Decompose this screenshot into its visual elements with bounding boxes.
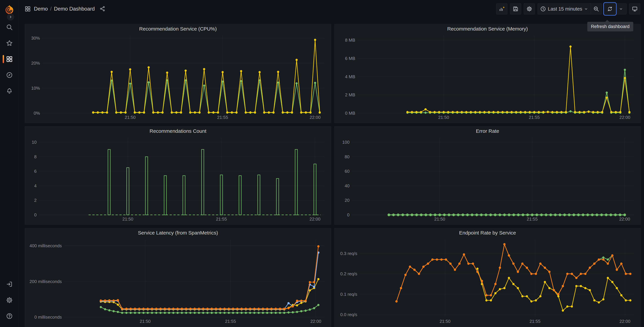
search-icon [6,24,13,31]
main-area: Demo / Demo Dashboard [19,0,644,327]
barchart-recommendations-count[interactable]: 024681021:5021:5522:00 [28,135,328,223]
zoom-out-time-button[interactable] [590,3,602,14]
refresh-icon [607,6,613,12]
svg-text:60: 60 [345,169,350,174]
svg-text:21:55: 21:55 [216,216,227,222]
svg-text:2 MB: 2 MB [345,92,355,97]
topbar-actions: Last 15 minutes [496,3,640,14]
topbar: Demo / Demo Dashboard [19,0,644,18]
time-picker-group: Last 15 minutes [538,3,602,14]
sidebar [0,0,19,327]
svg-text:4: 4 [34,183,36,188]
svg-text:22:00: 22:00 [619,115,630,120]
sidebar-item-dashboards[interactable] [0,51,19,67]
panel-title[interactable]: Recommendations Count [25,126,331,135]
panel-endpoint-rate: Endpoint Rate by Service 0.0 req/s0.1 re… [334,228,641,327]
gear-icon [526,6,532,12]
svg-text:21:50: 21:50 [434,216,445,222]
timeseries-chart-memory[interactable]: 0 MB2 MB4 MB6 MB8 MB21:5021:5522:00 [337,33,638,122]
svg-text:21:50: 21:50 [125,115,136,120]
svg-text:0.1 req/s: 0.1 req/s [340,292,357,297]
svg-text:21:50: 21:50 [438,115,449,120]
svg-text:200 milliseconds: 200 milliseconds [30,279,62,284]
kiosk-mode-button[interactable] [629,3,640,14]
svg-text:21:55: 21:55 [530,319,540,324]
svg-text:21:50: 21:50 [440,319,450,324]
timeseries-chart-endpoint-rate[interactable]: 0.0 req/s0.1 req/s0.2 req/s0.3 req/s21:5… [337,237,638,326]
legend-error-rate: {instance="otelcol:9464", job="otel", op… [334,223,641,225]
svg-text:2: 2 [34,198,36,203]
panel-service-latency: Service Latency (from SpanMetrics) 0 mil… [25,228,331,327]
sidebar-item-sign-in[interactable] [0,276,19,292]
svg-text:21:50: 21:50 [140,319,150,324]
time-range-picker[interactable]: Last 15 minutes [538,3,590,14]
panel-title[interactable]: Endpoint Rate by Service [334,228,641,237]
timeseries-chart-latency[interactable]: 0 milliseconds200 milliseconds400 millis… [28,237,328,326]
svg-text:21:55: 21:55 [217,115,228,120]
svg-text:22:00: 22:00 [310,319,321,324]
sidebar-bottom [0,276,19,324]
gear-icon [6,296,13,304]
help-icon [6,312,13,320]
dashboards-grid-icon [24,6,31,12]
svg-text:4 MB: 4 MB [345,74,355,79]
sidebar-expand-button[interactable] [7,14,14,20]
svg-text:0.3 req/s: 0.3 req/s [340,251,357,256]
sidebar-item-explore[interactable] [0,67,19,83]
zoom-out-icon [593,6,599,12]
share-icon [100,6,105,12]
panel-recommendations-count: Recommendations Count 024681021:5021:552… [25,126,331,225]
panel-title[interactable]: Service Latency (from SpanMetrics) [25,228,331,237]
svg-text:20: 20 [345,198,350,203]
timeseries-chart-cpu[interactable]: 0%10%20%30%21:5021:5522:00 [28,33,328,122]
timeseries-chart-error-rate[interactable]: 02040608010021:5021:5522:00 [337,135,638,223]
legend-endpoint-rate: {instance="otelcol:9464", job="otel", op… [334,326,641,327]
dashboard-settings-button[interactable] [524,3,535,14]
legend-item[interactable]: histogram_quantile(0.50, sum(rate(latenc… [28,326,331,327]
svg-text:100: 100 [342,140,350,145]
legend-item[interactable]: {exported_job="recommendationservice", i… [28,122,331,123]
svg-text:21:50: 21:50 [122,216,133,222]
sidebar-item-help[interactable] [0,308,19,324]
refresh-group [604,3,626,14]
svg-text:0.0 req/s: 0.0 req/s [340,312,357,317]
chevron-down-icon [584,7,588,11]
apps-icon [6,56,13,62]
panel-recommendation-memory: Recommendation Service (Memory) 0 MB2 MB… [334,24,641,123]
save-icon [512,6,518,12]
legend-item[interactable]: {exported_job="recommendationservice", i… [28,224,331,225]
legend-item[interactable]: {instance="otelcol:9464", job="otel", op… [338,224,641,225]
add-panel-icon [499,6,505,12]
sign-in-icon [6,281,13,288]
save-dashboard-button[interactable] [510,3,521,14]
refresh-interval-dropdown[interactable] [616,3,626,14]
panel-title[interactable]: Recommendation Service (CPU%) [25,24,331,33]
clock-icon [540,6,546,12]
breadcrumb-page[interactable]: Demo Dashboard [54,6,95,12]
sidebar-item-settings[interactable] [0,292,19,308]
add-panel-button[interactable] [496,3,507,14]
svg-text:20%: 20% [31,60,40,66]
svg-text:6 MB: 6 MB [345,56,355,61]
sidebar-item-search[interactable] [0,19,19,35]
svg-text:400 milliseconds: 400 milliseconds [30,243,62,248]
svg-text:0 milliseconds: 0 milliseconds [34,314,62,320]
compass-icon [6,72,13,78]
svg-text:0.2 req/s: 0.2 req/s [340,271,357,276]
chevron-down-icon [619,7,623,11]
panel-title[interactable]: Error Rate [334,126,641,135]
breadcrumb-separator: / [50,6,52,12]
legend-item[interactable]: {instance="otelcol:9464", job="otel", op… [338,326,641,327]
monitor-icon [632,6,638,12]
grafana-app: Demo / Demo Dashboard [0,0,644,327]
sidebar-item-alerting[interactable] [0,83,19,99]
svg-text:40: 40 [345,183,350,188]
chevron-right-icon [8,15,12,19]
legend-item[interactable]: {exported_job="recommendationservice", i… [338,122,641,123]
refresh-dashboard-button[interactable] [604,3,616,14]
breadcrumb-section[interactable]: Demo [34,6,48,12]
sidebar-item-starred[interactable] [0,35,19,51]
svg-text:22:00: 22:00 [620,319,630,324]
svg-text:22:00: 22:00 [619,216,630,222]
share-dashboard-button[interactable] [99,5,106,12]
